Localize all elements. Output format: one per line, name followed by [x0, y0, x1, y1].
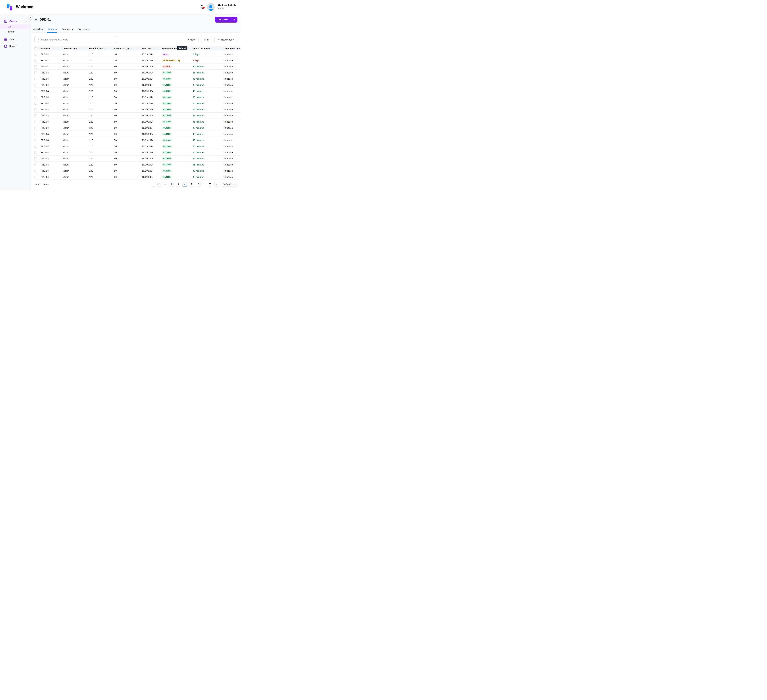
select-all-cell	[34, 48, 40, 50]
row-checkbox[interactable]	[34, 115, 37, 117]
pagination-prev-button[interactable]	[151, 182, 155, 187]
sort-icon[interactable]	[131, 48, 132, 49]
cell-end-date: 19/09/2024	[142, 157, 162, 160]
cell-completed-qty: 50	[114, 114, 142, 117]
column-header-product-name[interactable]: Product Name	[63, 48, 89, 50]
sidebar-item-reports[interactable]: Reports	[0, 43, 30, 49]
table-row: PRD-04Motor1205019/09/2024CLOSED45 minut…	[34, 70, 240, 76]
column-header-product-id[interactable]: Product ID	[40, 48, 63, 50]
column-header-completed-qty[interactable]: Completed Qty	[114, 48, 142, 50]
cell-product-id: PRD-04	[40, 120, 63, 123]
row-checkbox[interactable]	[34, 78, 37, 80]
timer-icon[interactable]	[178, 59, 180, 62]
row-checkbox[interactable]	[34, 164, 37, 166]
cell-production-type: In house	[224, 96, 240, 99]
search-input[interactable]	[41, 38, 115, 41]
row-checkbox[interactable]	[34, 133, 37, 135]
row-checkbox[interactable]	[34, 65, 37, 68]
search-box[interactable]	[34, 36, 117, 43]
actions-button[interactable]: Actions	[185, 36, 199, 43]
pagination-page-1[interactable]: 1	[158, 182, 162, 187]
user-info[interactable]: Abhinav Atthota Admin	[217, 4, 236, 10]
sidebar-item-drafts[interactable]: Drafts	[0, 29, 30, 34]
pagination-next-button[interactable]	[215, 182, 219, 187]
filter-button[interactable]: Filter	[201, 36, 212, 43]
app-title: Workroom	[16, 5, 35, 9]
row-checkbox[interactable]	[34, 158, 37, 160]
pagination-page-50[interactable]: 50	[208, 182, 212, 187]
status-dropdown-button[interactable]	[231, 17, 237, 22]
cell-production-status: CLOSED	[162, 145, 193, 148]
cell-completed-qty: 50	[114, 151, 142, 154]
row-checkbox[interactable]	[34, 53, 37, 56]
top-bar: Workroom Abhinav Atthota Admin	[0, 0, 240, 14]
cell-required-qty: 120	[89, 145, 114, 148]
main-content: ORD-01 ONGOING OverviewProductsCommentsD…	[31, 14, 240, 191]
cell-product-id: PRD-04	[40, 139, 63, 142]
chevron-down-icon	[233, 18, 236, 21]
column-header-required-qty[interactable]: Required Qty	[89, 48, 114, 50]
pagination-page-7[interactable]: 7	[189, 182, 194, 187]
row-checkbox[interactable]	[34, 84, 37, 86]
column-header-actual-lead-time[interactable]: Actual Lead time	[193, 48, 224, 50]
cell-production-status: CLOSED	[162, 176, 193, 178]
status-badge: CLOSED	[162, 133, 172, 135]
row-checkbox[interactable]	[34, 59, 37, 62]
pagination-page-4[interactable]: 4	[169, 182, 173, 187]
new-product-button[interactable]: + New Product	[215, 36, 237, 43]
select-all-checkbox[interactable]	[34, 48, 37, 50]
sidebar-jobs-label: Jobs	[10, 38, 14, 41]
cell-production-type: In house	[224, 102, 240, 105]
row-checkbox[interactable]	[34, 102, 37, 105]
sidebar-item-all[interactable]: All	[0, 24, 30, 29]
sort-icon[interactable]	[211, 48, 212, 49]
row-checkbox[interactable]	[34, 176, 37, 178]
row-checkbox[interactable]	[34, 127, 37, 129]
pagination-page-6[interactable]: 6	[183, 182, 187, 187]
row-checkbox[interactable]	[34, 90, 37, 92]
ongoing-status-button[interactable]: ONGOING	[215, 17, 231, 22]
cell-production-type: In house	[224, 84, 240, 86]
back-arrow-icon[interactable]	[34, 18, 38, 22]
sort-icon[interactable]	[78, 48, 80, 49]
status-badge: CLOSED	[162, 120, 172, 123]
cell-end-date: 19/09/2024	[142, 84, 162, 86]
sidebar-item-orders[interactable]: Orders	[0, 18, 30, 24]
cell-end-date: 19/09/2024	[142, 78, 162, 80]
cell-required-qty: 120	[89, 157, 114, 160]
row-checkbox[interactable]	[34, 108, 37, 111]
cell-end-date: 19/09/2024	[142, 71, 162, 74]
search-icon	[37, 38, 40, 41]
pagination-ellipsis: •••	[164, 183, 167, 185]
row-checkbox[interactable]	[34, 96, 37, 99]
cell-product-id: PRD-04	[40, 127, 63, 129]
column-header-production-type[interactable]: Production type	[224, 48, 240, 50]
avatar[interactable]	[207, 3, 215, 11]
sort-icon[interactable]	[53, 48, 54, 49]
sort-icon[interactable]	[153, 48, 154, 49]
row-checkbox[interactable]	[34, 121, 37, 123]
cell-production-status: CLOSED	[162, 163, 193, 166]
row-checkbox[interactable]	[34, 170, 37, 172]
tab-comments[interactable]: Comments	[61, 28, 73, 32]
row-checkbox[interactable]	[34, 139, 37, 142]
row-checkbox[interactable]	[34, 151, 37, 154]
tab-documents[interactable]: Documents	[77, 28, 89, 32]
tab-products[interactable]: Products	[48, 28, 57, 32]
sidebar-item-jobs[interactable]: Jobs	[0, 36, 30, 42]
row-checkbox[interactable]	[34, 145, 37, 148]
cell-actual-lead-time: 45 minutes	[193, 71, 224, 74]
row-checkbox[interactable]	[34, 72, 37, 74]
sidebar-collapse-button[interactable]	[29, 15, 33, 20]
pagination-page-5[interactable]: 5	[176, 182, 180, 187]
tab-overview[interactable]: Overview	[33, 28, 43, 32]
sidebar-reports-label: Reports	[10, 45, 18, 48]
cell-production-status: CLOSED	[162, 127, 193, 129]
column-header-end-date[interactable]: End Date	[142, 48, 162, 50]
order-status-split-button: ONGOING	[215, 17, 237, 22]
page-size-select[interactable]: 10 / page	[221, 182, 237, 187]
notification-bell-icon[interactable]	[200, 5, 204, 9]
cell-production-status: CLOSED	[162, 102, 193, 105]
pagination-page-8[interactable]: 8	[196, 182, 201, 187]
sort-icon[interactable]	[104, 48, 105, 49]
